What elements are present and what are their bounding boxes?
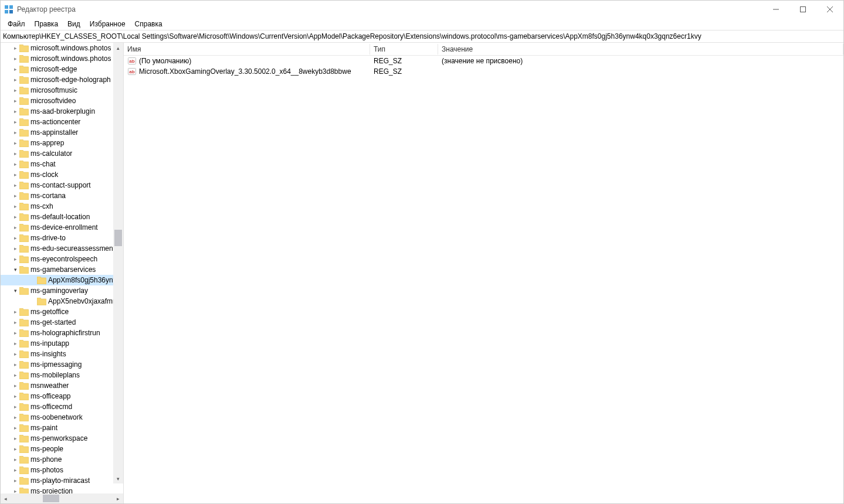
chevron-icon[interactable]: [11, 478, 19, 483]
chevron-icon[interactable]: [11, 130, 19, 135]
chevron-icon[interactable]: [11, 457, 19, 462]
chevron-icon[interactable]: [11, 425, 19, 431]
tree-item[interactable]: ms-getoffice: [1, 307, 123, 317]
chevron-icon[interactable]: [11, 46, 19, 51]
tree-item[interactable]: ms-contact-support: [1, 180, 123, 190]
col-type[interactable]: Тип: [370, 44, 438, 55]
scroll-down-button[interactable]: ▾: [113, 474, 123, 483]
tree-item[interactable]: AppX5nebv0xjaxafmmr:: [1, 296, 123, 307]
tree-item[interactable]: ms-inputapp: [1, 338, 123, 349]
chevron-icon[interactable]: [11, 352, 19, 357]
value-row[interactable]: abMicrosoft.XboxGamingOverlay_3.30.5002.…: [124, 66, 843, 77]
chevron-icon[interactable]: [11, 67, 19, 72]
chevron-icon[interactable]: [11, 77, 19, 83]
chevron-icon[interactable]: [11, 394, 19, 399]
chevron-icon[interactable]: [11, 193, 19, 199]
tree-hscrollbar[interactable]: ◂ ▸: [1, 493, 123, 503]
chevron-icon[interactable]: [11, 120, 19, 125]
tree-item[interactable]: ms-playto-miracast: [1, 475, 123, 486]
chevron-icon[interactable]: [11, 320, 19, 325]
tree-item[interactable]: msnweather: [1, 380, 123, 391]
chevron-icon[interactable]: [11, 383, 19, 389]
chevron-icon[interactable]: [11, 415, 19, 420]
chevron-icon[interactable]: [11, 141, 19, 146]
chevron-icon[interactable]: [11, 341, 19, 346]
tree-item[interactable]: ms-photos: [1, 465, 123, 475]
chevron-icon[interactable]: [11, 267, 19, 273]
scroll-left-button[interactable]: ◂: [1, 493, 11, 503]
hscroll-thumb[interactable]: [43, 495, 59, 502]
tree-item[interactable]: ms-paint: [1, 423, 123, 433]
chevron-icon[interactable]: [11, 257, 19, 262]
chevron-icon[interactable]: [11, 56, 19, 62]
tree-item[interactable]: ms-get-started: [1, 317, 123, 328]
address-input[interactable]: [1, 31, 843, 42]
scroll-up-button[interactable]: ▴: [113, 43, 123, 53]
chevron-icon[interactable]: [11, 309, 19, 315]
chevron-icon[interactable]: [11, 109, 19, 114]
chevron-icon[interactable]: [11, 214, 19, 220]
hscroll-track[interactable]: [11, 493, 113, 503]
chevron-icon[interactable]: [11, 436, 19, 441]
tree-item[interactable]: ms-cxh: [1, 201, 123, 212]
chevron-icon[interactable]: [11, 404, 19, 410]
tree-item[interactable]: ms-apprep: [1, 138, 123, 148]
chevron-icon[interactable]: [11, 468, 19, 473]
tree-item[interactable]: ms-officecmd: [1, 401, 123, 412]
menu-help[interactable]: Справка: [130, 19, 167, 29]
chevron-icon[interactable]: [11, 204, 19, 209]
menu-favorites[interactable]: Избранное: [85, 19, 130, 29]
minimize-button[interactable]: [762, 1, 789, 18]
tree-item[interactable]: ms-gamingoverlay: [1, 285, 123, 296]
tree-item[interactable]: ms-penworkspace: [1, 433, 123, 444]
maximize-button[interactable]: [789, 1, 816, 18]
chevron-icon[interactable]: [11, 183, 19, 188]
tree-item[interactable]: ms-clock: [1, 169, 123, 180]
tree-item[interactable]: ms-oobenetwork: [1, 412, 123, 423]
tree-item[interactable]: microsoft-edge: [1, 64, 123, 74]
chevron-icon[interactable]: [11, 331, 19, 336]
chevron-icon[interactable]: [11, 172, 19, 178]
chevron-icon[interactable]: [11, 373, 19, 378]
chevron-icon[interactable]: [11, 288, 19, 294]
chevron-icon[interactable]: [11, 447, 19, 452]
scroll-right-button[interactable]: ▸: [113, 493, 123, 503]
tree-item[interactable]: ms-edu-secureassessment: [1, 243, 123, 254]
tree-item[interactable]: AppXm8fs0gj5h36ynw4l: [1, 275, 123, 285]
tree-item[interactable]: ms-insights: [1, 349, 123, 359]
chevron-icon[interactable]: [11, 236, 19, 241]
chevron-icon[interactable]: [11, 151, 19, 156]
tree-item[interactable]: ms-people: [1, 444, 123, 454]
tree-item[interactable]: ms-drive-to: [1, 233, 123, 243]
tree-item[interactable]: ms-eyecontrolspeech: [1, 254, 123, 264]
tree-item[interactable]: ms-projection: [1, 486, 123, 493]
tree-item[interactable]: microsoftmusic: [1, 85, 123, 96]
col-name[interactable]: Имя: [124, 44, 370, 55]
menu-view[interactable]: Вид: [63, 19, 85, 29]
tree-item[interactable]: ms-gamebarservices: [1, 264, 123, 275]
tree-item[interactable]: microsoft.windows.photos: [1, 43, 123, 53]
registry-tree[interactable]: microsoft.windows.photosmicrosoft.window…: [1, 43, 123, 493]
tree-item[interactable]: ms-calculator: [1, 148, 123, 159]
chevron-icon[interactable]: [11, 362, 19, 367]
tree-item[interactable]: ms-cortana: [1, 190, 123, 201]
tree-item[interactable]: ms-officeapp: [1, 391, 123, 401]
tree-item[interactable]: microsoft.windows.photos: [1, 53, 123, 64]
menu-edit[interactable]: Правка: [30, 19, 63, 29]
chevron-icon[interactable]: [11, 489, 19, 494]
tree-item[interactable]: microsoftvideo: [1, 96, 123, 106]
chevron-icon[interactable]: [11, 246, 19, 251]
menu-file[interactable]: Файл: [3, 19, 30, 29]
scroll-thumb[interactable]: [114, 230, 122, 246]
tree-item[interactable]: ms-holographicfirstrun: [1, 328, 123, 338]
tree-vscrollbar[interactable]: ▴ ▾: [113, 43, 123, 483]
tree-item[interactable]: ms-device-enrollment: [1, 222, 123, 233]
chevron-icon[interactable]: [11, 88, 19, 93]
values-list[interactable]: ab(По умолчанию)REG_SZ(значение не присв…: [124, 56, 843, 503]
col-value[interactable]: Значение: [438, 44, 843, 55]
chevron-icon[interactable]: [11, 162, 19, 167]
tree-item[interactable]: microsoft-edge-holograph: [1, 74, 123, 85]
tree-item[interactable]: ms-appinstaller: [1, 127, 123, 138]
close-button[interactable]: [816, 1, 843, 18]
chevron-icon[interactable]: [11, 98, 19, 104]
